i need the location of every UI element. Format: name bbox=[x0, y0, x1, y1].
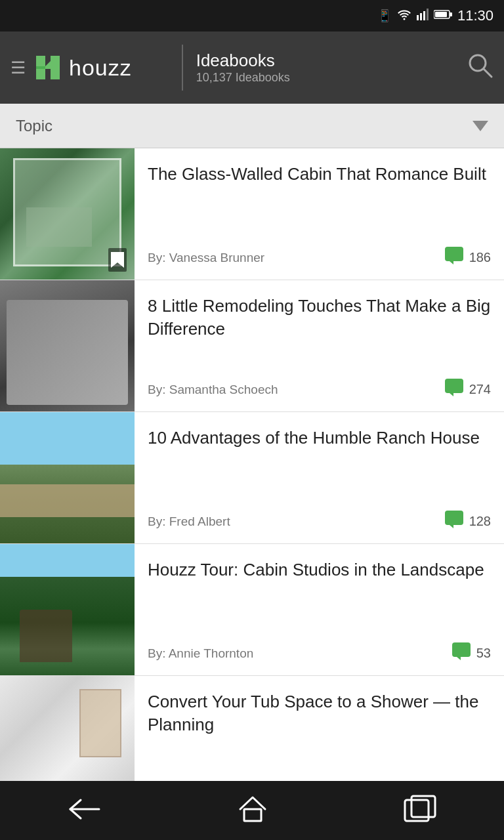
logo-container: houzz bbox=[33, 53, 169, 82]
article-title: 10 Advantages of the Humble Ranch House bbox=[148, 427, 491, 450]
svg-rect-0 bbox=[417, 15, 419, 20]
article-item[interactable]: The Glass-Walled Cabin That Romance Buil… bbox=[0, 148, 504, 280]
article-meta: By: Fred Albert 128 bbox=[148, 510, 491, 533]
article-author: By: Fred Albert bbox=[148, 514, 230, 529]
article-title: The Glass-Walled Cabin That Romance Buil… bbox=[148, 163, 491, 186]
houzz-logo-text: houzz bbox=[69, 55, 132, 81]
article-author: By: Samantha Schoech bbox=[148, 383, 278, 397]
svg-rect-18 bbox=[445, 511, 463, 525]
article-author: By: Vanessa Brunner bbox=[148, 251, 264, 265]
article-thumbnail bbox=[0, 412, 135, 543]
article-comments: 186 bbox=[444, 246, 491, 269]
signal-icon bbox=[417, 9, 429, 24]
bottom-navigation bbox=[0, 781, 504, 840]
svg-rect-3 bbox=[427, 9, 429, 20]
article-title: Convert Your Tub Space to a Shower — the… bbox=[148, 690, 491, 736]
svg-marker-15 bbox=[450, 261, 453, 264]
article-content: 10 Advantages of the Humble Ranch House … bbox=[135, 412, 504, 543]
article-meta: By: Vanessa Brunner 186 bbox=[148, 246, 491, 269]
comment-icon bbox=[444, 378, 464, 401]
article-title: 8 Little Remodeling Touches That Make a … bbox=[148, 295, 491, 341]
article-meta: By: Annie Thornton 53 bbox=[148, 642, 491, 665]
comment-count: 53 bbox=[476, 646, 491, 661]
svg-rect-20 bbox=[452, 642, 471, 657]
svg-marker-21 bbox=[457, 657, 461, 660]
comment-icon bbox=[452, 642, 471, 665]
article-title: Houzz Tour: Cabin Studios in the Landsca… bbox=[148, 558, 491, 581]
svg-marker-17 bbox=[450, 393, 453, 396]
comment-icon bbox=[444, 510, 464, 533]
comment-count: 274 bbox=[469, 382, 491, 397]
svg-marker-9 bbox=[36, 66, 45, 69]
article-meta: By: Samantha Schoech 274 bbox=[148, 378, 491, 401]
back-button[interactable] bbox=[48, 791, 121, 830]
comment-count: 186 bbox=[469, 250, 491, 265]
ideabooks-title: Ideabooks bbox=[196, 51, 466, 71]
svg-marker-19 bbox=[450, 525, 453, 528]
article-item[interactable]: Houzz Tour: Cabin Studios in the Landsca… bbox=[0, 544, 504, 676]
article-thumbnail bbox=[0, 148, 135, 280]
articles-list: The Glass-Walled Cabin That Romance Buil… bbox=[0, 148, 504, 808]
topic-dropdown-caret bbox=[472, 121, 488, 131]
wifi-icon bbox=[397, 9, 411, 24]
article-item[interactable]: 10 Advantages of the Humble Ranch House … bbox=[0, 412, 504, 544]
svg-rect-16 bbox=[445, 379, 463, 393]
topic-label: Topic bbox=[16, 117, 52, 135]
topic-filter-bar[interactable]: Topic bbox=[0, 104, 504, 148]
ideabooks-count: 10,137 Ideabooks bbox=[196, 71, 466, 85]
battery-icon bbox=[434, 9, 452, 23]
recents-button[interactable] bbox=[384, 788, 456, 833]
article-author: By: Annie Thornton bbox=[148, 646, 253, 661]
svg-rect-6 bbox=[435, 12, 447, 17]
article-item[interactable]: 8 Little Remodeling Touches That Make a … bbox=[0, 280, 504, 412]
article-thumbnail bbox=[0, 544, 135, 675]
svg-rect-5 bbox=[450, 12, 452, 16]
svg-rect-22 bbox=[244, 809, 261, 821]
comment-icon bbox=[444, 246, 464, 269]
app-bar: ☰ houzz Ideabooks 10,137 Ideabooks bbox=[0, 32, 504, 104]
comment-count: 128 bbox=[469, 514, 491, 529]
svg-rect-1 bbox=[420, 13, 422, 20]
hamburger-menu[interactable]: ☰ bbox=[10, 58, 26, 78]
phone-icon: 📱 bbox=[377, 9, 392, 23]
status-bar: 📱 11:30 bbox=[0, 0, 504, 32]
article-content: 8 Little Remodeling Touches That Make a … bbox=[135, 280, 504, 411]
ideabooks-info: Ideabooks 10,137 Ideabooks bbox=[196, 51, 466, 85]
houzz-logo-icon bbox=[33, 53, 62, 82]
article-thumbnail bbox=[0, 280, 135, 411]
home-button[interactable] bbox=[218, 788, 287, 833]
status-icons: 📱 11:30 bbox=[377, 7, 494, 24]
article-content: Houzz Tour: Cabin Studios in the Landsca… bbox=[135, 544, 504, 675]
svg-rect-14 bbox=[445, 247, 463, 261]
svg-line-11 bbox=[484, 69, 492, 77]
bookmark-icon[interactable] bbox=[108, 248, 127, 272]
svg-rect-2 bbox=[423, 11, 425, 20]
article-content: The Glass-Walled Cabin That Romance Buil… bbox=[135, 148, 504, 280]
status-time: 11:30 bbox=[457, 7, 494, 24]
article-comments: 274 bbox=[444, 378, 491, 401]
article-comments: 53 bbox=[452, 642, 491, 665]
article-comments: 128 bbox=[444, 510, 491, 533]
search-button[interactable] bbox=[466, 51, 494, 85]
header-divider bbox=[182, 45, 183, 91]
